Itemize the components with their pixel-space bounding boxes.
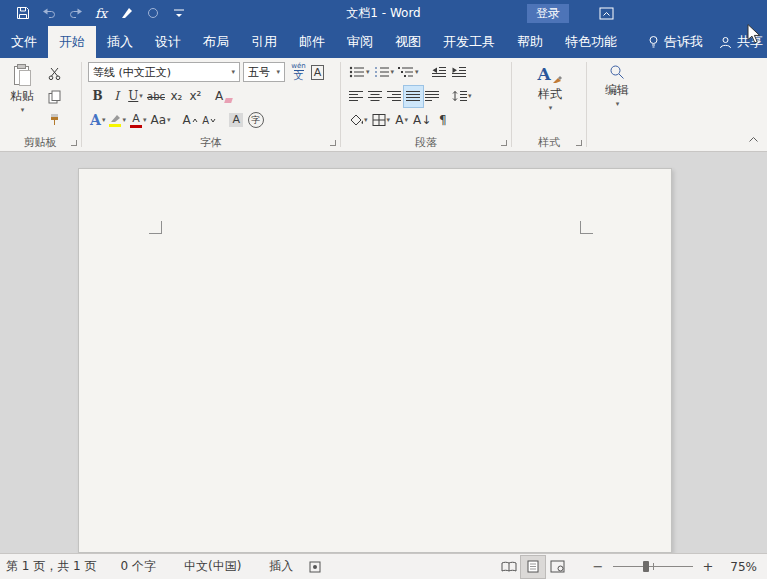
- font-size-select[interactable]: 五号 ▾: [243, 62, 285, 82]
- zoom-slider[interactable]: [613, 566, 693, 567]
- align-right-button[interactable]: [385, 86, 404, 107]
- caret-icon: ▾: [167, 117, 171, 124]
- tab-layout[interactable]: 布局: [192, 26, 240, 58]
- tab-home[interactable]: 开始: [48, 26, 96, 58]
- tab-file[interactable]: 文件: [0, 26, 48, 58]
- text-effects-button[interactable]: A ▾: [88, 110, 107, 131]
- ink-button[interactable]: [114, 1, 140, 25]
- zoom-out-button[interactable]: −: [591, 559, 605, 574]
- insert-function-button[interactable]: fx: [88, 1, 114, 25]
- phonetic-guide-button[interactable]: wén 文: [289, 62, 308, 83]
- up-arrow-icon: [192, 118, 198, 123]
- align-right-icon: [387, 90, 402, 102]
- shrink-font-button[interactable]: A: [200, 110, 219, 131]
- eraser-icon: [224, 98, 233, 103]
- styles-button[interactable]: A 样式 ▾: [532, 61, 567, 134]
- font-dialog-launcher[interactable]: [330, 140, 336, 146]
- print-layout-button[interactable]: [521, 556, 545, 578]
- line-spacing-button[interactable]: ▾: [450, 86, 474, 107]
- paragraph-dialog-launcher[interactable]: [501, 140, 507, 146]
- read-mode-button[interactable]: [497, 556, 521, 578]
- bullets-button[interactable]: ▾: [347, 62, 372, 83]
- language-status[interactable]: 中文(中国): [184, 558, 241, 575]
- shrink-font-letter: A: [202, 115, 209, 126]
- customize-qat-button[interactable]: [166, 1, 192, 25]
- show-marks-button[interactable]: ¶: [433, 110, 452, 131]
- underline-button[interactable]: U ▾: [126, 86, 145, 107]
- clipboard-small-buttons: [42, 61, 66, 134]
- font-color-button[interactable]: A ▾: [128, 110, 149, 131]
- paragraph-label-text: 段落: [415, 135, 437, 150]
- cut-button[interactable]: [42, 63, 66, 84]
- font-group: 等线 (中文正文) ▾ 五号 ▾ wén 文 A: [83, 58, 339, 151]
- document-canvas[interactable]: [0, 152, 767, 553]
- caret-icon: ▾: [391, 69, 395, 76]
- asian-layout-button[interactable]: A ▾: [392, 110, 411, 131]
- grow-font-button[interactable]: A: [181, 110, 200, 131]
- insert-mode-status[interactable]: 插入: [269, 558, 293, 575]
- ribbon-display-options-button[interactable]: [597, 5, 615, 21]
- superscript-button[interactable]: x²: [186, 86, 205, 107]
- font-name-select[interactable]: 等线 (中文正文) ▾: [88, 62, 240, 82]
- tab-features[interactable]: 特色功能: [554, 26, 628, 58]
- justify-button[interactable]: [404, 86, 423, 107]
- multilevel-list-button[interactable]: ▾: [396, 62, 421, 83]
- save-button[interactable]: [10, 1, 36, 25]
- format-painter-button[interactable]: [42, 109, 66, 130]
- caret-icon: ▾: [276, 69, 280, 76]
- bold-button[interactable]: B: [88, 86, 107, 107]
- shape-button[interactable]: [140, 1, 166, 25]
- tab-references[interactable]: 引用: [240, 26, 288, 58]
- tell-me-box[interactable]: 告诉我: [640, 26, 711, 58]
- align-center-button[interactable]: [366, 86, 385, 107]
- tab-developer[interactable]: 开发工具: [432, 26, 506, 58]
- page-number-status[interactable]: 第 1 页，共 1 页: [6, 558, 97, 575]
- tab-review[interactable]: 审阅: [336, 26, 384, 58]
- numbering-button[interactable]: ▾: [372, 62, 397, 83]
- paste-button[interactable]: 粘贴 ▾: [5, 61, 39, 134]
- save-icon: [16, 6, 30, 20]
- document-page[interactable]: [78, 168, 672, 553]
- collapse-ribbon-button[interactable]: [748, 132, 759, 146]
- increase-indent-button[interactable]: [449, 62, 469, 83]
- undo-icon: [42, 7, 57, 19]
- distribute-button[interactable]: [423, 86, 442, 107]
- editing-button[interactable]: 编辑 ▾: [600, 61, 634, 134]
- distribute-icon: [425, 90, 440, 102]
- tab-view[interactable]: 视图: [384, 26, 432, 58]
- highlight-icon: [109, 114, 121, 127]
- align-left-button[interactable]: [347, 86, 366, 107]
- decrease-indent-button[interactable]: [429, 62, 449, 83]
- sign-in-button[interactable]: 登录: [527, 4, 569, 23]
- character-shading-button[interactable]: A: [227, 110, 246, 131]
- zoom-slider-thumb[interactable]: [643, 561, 649, 572]
- italic-button[interactable]: I: [107, 86, 126, 107]
- change-case-button[interactable]: Aa ▾: [148, 110, 172, 131]
- highlight-button[interactable]: ▾: [107, 110, 128, 131]
- enclose-characters-button[interactable]: 字: [246, 110, 266, 131]
- undo-button[interactable]: [36, 1, 62, 25]
- styles-dialog-launcher[interactable]: [576, 140, 582, 146]
- strikethrough-button[interactable]: abc: [145, 86, 167, 107]
- paragraph-row-3: ▾ ▾ A ▾ A↓ ¶: [347, 108, 507, 132]
- numbered-list-icon: [374, 66, 390, 78]
- shading-button[interactable]: ▾: [347, 110, 370, 131]
- word-count-status[interactable]: 0 个字: [121, 558, 156, 575]
- redo-button[interactable]: [62, 1, 88, 25]
- copy-button[interactable]: [42, 86, 66, 107]
- character-border-button[interactable]: A: [308, 62, 327, 83]
- tab-design[interactable]: 设计: [144, 26, 192, 58]
- subscript-button[interactable]: x₂: [167, 86, 186, 107]
- borders-button[interactable]: ▾: [370, 110, 393, 131]
- tab-help[interactable]: 帮助: [506, 26, 554, 58]
- sort-button[interactable]: A↓: [411, 110, 433, 131]
- macro-record-button[interactable]: [309, 561, 321, 573]
- tab-mailings[interactable]: 邮件: [288, 26, 336, 58]
- zoom-level[interactable]: 75%: [721, 560, 757, 574]
- clipboard-dialog-launcher[interactable]: [71, 140, 77, 146]
- web-layout-button[interactable]: [545, 556, 569, 578]
- ribbon-tab-bar: 文件 开始 插入 设计 布局 引用 邮件 审阅 视图 开发工具 帮助 特色功能 …: [0, 26, 767, 58]
- tab-insert[interactable]: 插入: [96, 26, 144, 58]
- zoom-in-button[interactable]: +: [701, 559, 715, 574]
- clear-formatting-button[interactable]: A: [213, 86, 234, 107]
